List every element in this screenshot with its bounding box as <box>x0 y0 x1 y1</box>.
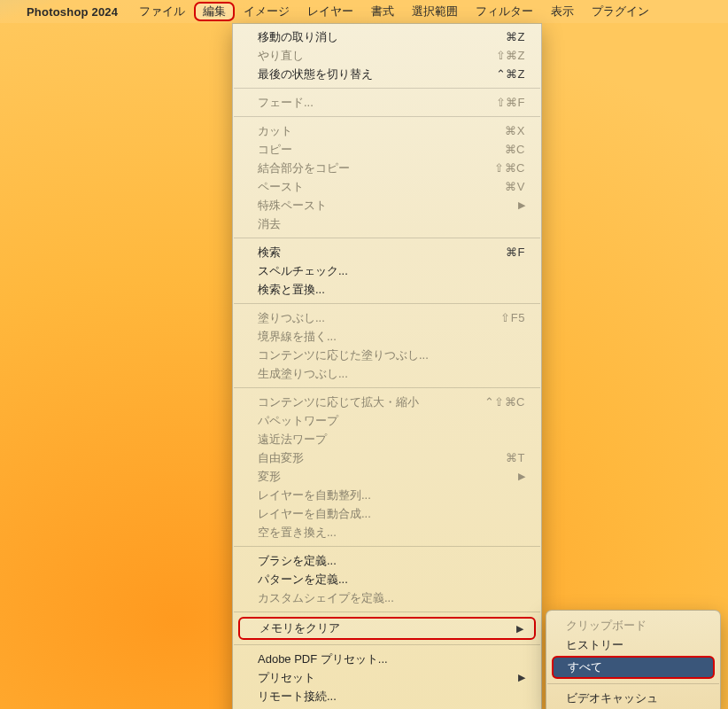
menubar-item-表示[interactable]: 表示 <box>542 2 583 21</box>
menu-item: 境界線を描く... <box>233 327 541 346</box>
menu-separator <box>234 88 540 89</box>
menu-shortcut: ⌘F <box>506 245 525 259</box>
menu-item-label: 最後の状態を切り替え <box>258 66 373 82</box>
submenu-arrow-icon: ▶ <box>518 199 525 211</box>
menu-item[interactable]: 検索⌘F <box>233 243 541 261</box>
menu-shortcut: ⌘C <box>505 143 525 156</box>
menu-item-label: やり直し <box>258 48 304 64</box>
menu-item: レイヤーを自動合成... <box>233 504 541 523</box>
menu-shortcut: ⌘V <box>505 180 525 193</box>
submenu-arrow-icon: ▶ <box>516 623 523 635</box>
menu-item-label: リモート接続... <box>258 689 337 705</box>
menu-separator <box>234 303 540 304</box>
menu-item[interactable]: Adobe PDF プリセット... <box>233 650 541 668</box>
menu-item-label: 特殊ペースト <box>258 198 327 214</box>
menu-item-label: カスタムシェイプを定義... <box>258 590 394 606</box>
menu-item-label: メモリをクリア <box>259 620 340 636</box>
submenu-item-label: ヒストリー <box>566 637 623 653</box>
app-name[interactable]: Photoshop 2024 <box>27 5 118 19</box>
menu-shortcut: ⇧⌘C <box>494 161 525 175</box>
submenu-item-label: ビデオキャッシュ <box>566 690 658 706</box>
menu-item-label: ブラシを定義... <box>258 553 337 569</box>
submenu-item[interactable]: ヒストリー <box>546 635 720 655</box>
menu-shortcut: ⇧F5 <box>500 311 525 324</box>
menu-item-label: カット <box>258 123 292 139</box>
submenu-arrow-icon: ▶ <box>518 471 525 482</box>
submenu-item[interactable]: ビデオキャッシュ <box>546 689 720 708</box>
menu-separator <box>547 683 719 684</box>
menu-item: フェード...⇧⌘F <box>233 93 541 112</box>
menu-item[interactable]: ブラシを定義... <box>233 551 541 570</box>
submenu-item-label: すべて <box>568 659 602 675</box>
menu-item-label: 塗りつぶし... <box>258 310 325 326</box>
menu-item: カスタムシェイプを定義... <box>233 588 541 607</box>
menu-item[interactable]: パターンを定義... <box>233 570 541 588</box>
menu-item-label: コンテンツに応じた塗りつぶし... <box>258 347 429 363</box>
menu-item: 遠近法ワープ <box>233 430 541 448</box>
menu-shortcut: ⇧⌘Z <box>496 49 525 62</box>
menu-item-label: パターンを定義... <box>258 572 348 588</box>
menu-item-label: レイヤーを自動合成... <box>258 506 371 522</box>
menu-item[interactable]: プリセット▶ <box>233 668 541 687</box>
menu-item: ペースト⌘V <box>233 177 541 196</box>
menubar-item-ファイル[interactable]: ファイル <box>130 2 194 21</box>
menubar-item-選択範囲[interactable]: 選択範囲 <box>403 2 467 21</box>
menubar-item-プラグイン[interactable]: プラグイン <box>583 2 658 21</box>
menu-item: コピー⌘C <box>233 140 541 159</box>
menu-item: 消去 <box>233 214 541 233</box>
edit-menu-dropdown: 移動の取り消し⌘Zやり直し⇧⌘Z最後の状態を切り替え⌃⌘Zフェード...⇧⌘Fカ… <box>232 23 542 709</box>
menu-item-label: Adobe PDF プリセット... <box>258 651 388 667</box>
menu-separator <box>234 546 540 547</box>
menubar-item-編集[interactable]: 編集 <box>194 2 235 21</box>
menu-item-label: スペルチェック... <box>258 263 348 279</box>
menu-item: 変形▶ <box>233 467 541 486</box>
menu-item: カット⌘X <box>233 121 541 140</box>
menu-item: レイヤーを自動整列... <box>233 486 541 504</box>
menu-item[interactable]: リモート接続... <box>233 687 541 705</box>
menu-separator <box>234 612 540 612</box>
menu-item[interactable]: 最後の状態を切り替え⌃⌘Z <box>233 65 541 83</box>
menu-separator <box>234 644 540 645</box>
menu-item-label: コピー <box>258 142 292 158</box>
menu-item-label: フェード... <box>258 95 314 111</box>
menu-item: コンテンツに応じて拡大・縮小⌃⇧⌘C <box>233 393 541 411</box>
menu-item-label: レイヤーを自動整列... <box>258 487 371 503</box>
menu-separator <box>234 116 540 117</box>
menu-item-label: 境界線を描く... <box>258 329 337 345</box>
submenu-item[interactable]: すべて <box>552 656 715 679</box>
menu-shortcut: ⌘X <box>505 124 525 137</box>
menu-item: やり直し⇧⌘Z <box>233 46 541 65</box>
menubar-item-レイヤー[interactable]: レイヤー <box>298 2 362 21</box>
menu-item-label: 遠近法ワープ <box>258 432 327 448</box>
menu-item-label: ペースト <box>258 179 304 195</box>
menu-item-label: 移動の取り消し <box>258 29 338 45</box>
menu-item-label: 変形 <box>258 469 281 485</box>
menu-item-label: パペットワープ <box>258 413 338 429</box>
menu-item-label: 自由変形 <box>258 450 304 466</box>
menu-item: パペットワープ <box>233 411 541 430</box>
menu-shortcut: ⌘T <box>506 451 525 464</box>
menu-item[interactable]: スペルチェック... <box>233 261 541 280</box>
menu-item: 塗りつぶし...⇧F5 <box>233 308 541 327</box>
submenu-arrow-icon: ▶ <box>518 672 525 683</box>
menu-item[interactable]: 移動の取り消し⌘Z <box>233 27 541 46</box>
menu-item[interactable]: 検索と置換... <box>233 280 541 299</box>
mac-menubar: Photoshop 2024 ファイル編集イメージレイヤー書式選択範囲フィルター… <box>0 0 728 23</box>
menu-item: 特殊ペースト▶ <box>233 196 541 214</box>
menu-item-label: 検索と置換... <box>258 282 325 298</box>
menu-shortcut: ⇧⌘F <box>496 96 525 109</box>
menu-shortcut: ⌃⇧⌘C <box>484 395 525 409</box>
submenu-item-label: クリップボード <box>566 618 647 634</box>
menubar-item-フィルター[interactable]: フィルター <box>467 2 542 21</box>
menubar-item-書式[interactable]: 書式 <box>362 2 403 21</box>
menu-item: 自由変形⌘T <box>233 448 541 467</box>
menubar-item-イメージ[interactable]: イメージ <box>235 2 298 21</box>
menu-item-label: 消去 <box>258 216 281 232</box>
menu-shortcut: ⌘Z <box>506 30 525 43</box>
menu-item-label: 空を置き換え... <box>258 525 337 541</box>
desktop: Photoshop 2024 ファイル編集イメージレイヤー書式選択範囲フィルター… <box>0 0 728 709</box>
clear-memory-submenu: クリップボードヒストリーすべてビデオキャッシュ <box>546 610 721 709</box>
menu-item[interactable]: メモリをクリア▶ <box>238 617 536 640</box>
menu-shortcut: ⌃⌘Z <box>496 67 525 81</box>
menu-item-label: コンテンツに応じて拡大・縮小 <box>258 394 419 410</box>
